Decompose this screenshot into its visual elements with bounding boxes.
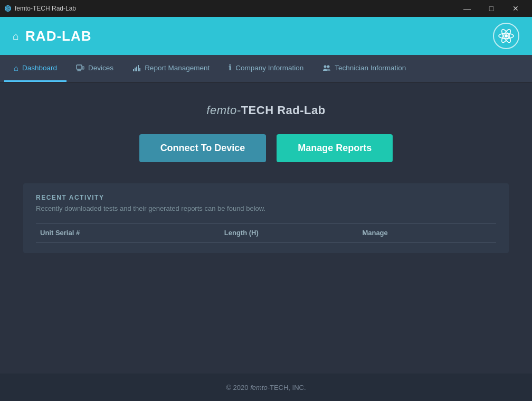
subtitle-bold: TECH Rad-Lab [241,104,326,117]
nav-label-devices: Devices [88,64,113,72]
svg-point-19 [327,66,330,68]
app-header-left: ⌂ RAD-LAB [13,28,92,44]
app-title: RAD-LAB [25,28,91,44]
devices-icon [76,63,84,72]
activity-title: RECENT ACTIVITY [36,194,496,201]
action-buttons: Connect To Device Manage Reports [139,134,393,162]
title-bar-text: femto-TECH Rad-Lab [15,5,76,12]
company-icon: ℹ [229,63,232,72]
atom-svg [498,27,515,44]
nav-label-dashboard: Dashboard [22,64,57,72]
dashboard-icon: ⌂ [14,63,18,72]
technician-icon [322,63,331,72]
nav-bar: ⌂ Dashboard Devices Report Management [0,55,532,82]
table-header-row: Unit Serial # Length (H) Manage [36,223,496,243]
nav-label-technician: Technician Information [335,64,406,72]
footer-text: © 2020 femto-TECH, INC. [226,384,306,391]
activity-section: RECENT ACTIVITY Recently downloaded test… [23,183,509,253]
column-length: Length (H) [220,223,358,243]
svg-rect-16 [138,65,139,71]
title-bar: femto-TECH Rad-Lab — □ ✕ [0,0,532,17]
svg-rect-14 [135,68,136,71]
activity-description: Recently downloaded tests and their gene… [36,204,496,212]
nav-item-devices[interactable]: Devices [66,55,123,82]
column-manage: Manage [358,223,496,243]
manage-reports-button[interactable]: Manage Reports [277,134,393,162]
footer-copyright: © 2020 [226,384,250,391]
svg-rect-13 [133,69,134,71]
nav-item-dashboard[interactable]: ⌂ Dashboard [4,55,66,82]
nav-label-company: Company Information [235,64,303,72]
app-icon [4,5,12,12]
svg-rect-11 [77,71,81,71]
svg-point-4 [7,8,8,9]
svg-point-5 [505,34,508,38]
svg-point-18 [324,66,327,68]
atom-icon-circle [493,23,519,49]
svg-rect-12 [82,67,84,69]
main-content: femto-TECH Rad-Lab Connect To Device Man… [0,82,532,374]
nav-label-report: Report Management [145,64,210,72]
minimize-button[interactable]: — [455,0,479,17]
activity-table: Unit Serial # Length (H) Manage [36,223,496,243]
maximize-button[interactable]: □ [479,0,504,17]
nav-item-report-management[interactable]: Report Management [123,55,219,82]
svg-rect-17 [139,68,140,71]
title-bar-controls: — □ ✕ [455,0,528,17]
app-header: ⌂ RAD-LAB [0,17,532,55]
footer: © 2020 femto-TECH, INC. [0,374,532,401]
subtitle-italic: femto- [206,104,241,117]
table-header: Unit Serial # Length (H) Manage [36,223,496,243]
footer-italic: femto- [250,384,270,391]
svg-rect-10 [78,70,81,71]
column-serial: Unit Serial # [36,223,220,243]
title-bar-left: femto-TECH Rad-Lab [4,5,76,12]
report-icon [132,63,141,72]
home-icon: ⌂ [13,30,19,42]
app-subtitle: femto-TECH Rad-Lab [206,104,325,117]
footer-company: TECH, INC. [270,384,306,391]
nav-item-company[interactable]: ℹ Company Information [219,55,313,82]
connect-to-device-button[interactable]: Connect To Device [139,134,267,162]
close-button[interactable]: ✕ [504,0,528,17]
svg-rect-9 [77,65,82,69]
svg-rect-15 [136,67,137,71]
nav-item-technician[interactable]: Technician Information [313,55,415,82]
